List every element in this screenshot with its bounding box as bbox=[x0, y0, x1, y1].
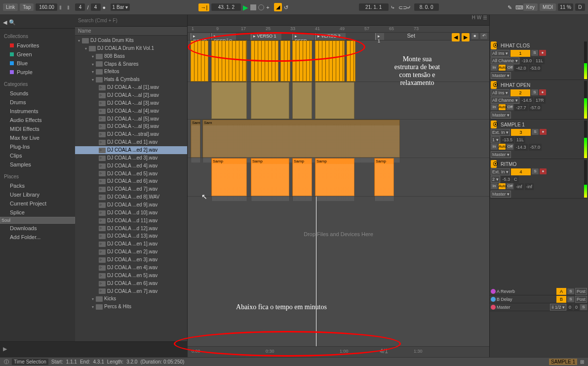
clip[interactable] bbox=[211, 41, 247, 81]
arm-button[interactable]: ● bbox=[540, 168, 547, 174]
metronome-icon[interactable]: ● bbox=[103, 4, 109, 10]
input-channel[interactable]: 1 ▾ bbox=[491, 136, 500, 143]
category-item[interactable]: Audio Effects bbox=[0, 116, 75, 124]
file-item[interactable]: DJ COALA -...stral].wav bbox=[75, 130, 187, 138]
category-item[interactable]: Drums bbox=[0, 98, 75, 107]
clip[interactable] bbox=[292, 41, 312, 81]
clip[interactable]: Sam bbox=[191, 120, 200, 158]
file-item[interactable]: DJ COALA -...al [1].wav bbox=[75, 83, 187, 91]
collection-item[interactable]: Favorites bbox=[0, 41, 75, 50]
track-number[interactable]: 4 bbox=[511, 168, 531, 175]
category-item[interactable]: MIDI Effects bbox=[0, 124, 75, 133]
track-number[interactable]: 2 bbox=[510, 89, 530, 96]
folder-item[interactable]: ▾Hats & Cymbals bbox=[75, 76, 187, 83]
link-button[interactable]: Link bbox=[3, 3, 18, 11]
file-item[interactable]: DJ COALA ...en 7].wav bbox=[75, 287, 187, 295]
solo-button[interactable]: S bbox=[532, 129, 539, 135]
nudge-up-icon[interactable]: ⦀ bbox=[67, 4, 73, 10]
track-name[interactable]: RITMO bbox=[499, 161, 518, 168]
collapse-icon[interactable]: ◀ bbox=[3, 19, 7, 26]
locator-marker[interactable]: ▸ VERSO 2 bbox=[315, 33, 346, 40]
clip[interactable] bbox=[191, 41, 208, 81]
drop-zone[interactable]: Drop Files and Devices Here bbox=[188, 211, 489, 257]
monitor-auto[interactable]: Auto bbox=[499, 65, 506, 71]
track-activator[interactable]: ⦿ bbox=[491, 160, 497, 168]
monitor-off[interactable]: Off bbox=[507, 183, 513, 189]
input-type[interactable]: Ext. In ▾ bbox=[491, 168, 510, 175]
tap-button[interactable]: Tap bbox=[20, 3, 34, 11]
menu-icon[interactable]: ☰ bbox=[483, 15, 487, 20]
loop-switch-icon[interactable]: ⊂⊃ bbox=[398, 4, 404, 10]
monitor-auto[interactable]: Auto bbox=[499, 144, 506, 150]
overdub-icon[interactable]: + bbox=[266, 4, 272, 10]
preview-player[interactable]: ▶ bbox=[0, 341, 188, 357]
output-routing[interactable]: Master ▾ bbox=[491, 72, 511, 79]
return-name[interactable]: A Reverb bbox=[497, 289, 515, 294]
locator-marker[interactable]: ▸ INTRO bbox=[191, 33, 210, 40]
monitor-off[interactable]: Off bbox=[507, 104, 513, 110]
file-item[interactable]: DJ COALA ...en 4].wav bbox=[75, 264, 187, 272]
track-name[interactable]: HIHAT OPEN bbox=[499, 81, 532, 89]
song-position[interactable]: 43. 1. 2 bbox=[211, 3, 241, 11]
output-routing[interactable]: Master ▾ bbox=[491, 191, 511, 198]
collection-item[interactable]: Purple bbox=[0, 68, 75, 77]
place-item[interactable]: Packs bbox=[0, 181, 75, 190]
file-header-name[interactable]: Name bbox=[75, 27, 187, 36]
master-name[interactable]: Master bbox=[497, 305, 510, 310]
file-item[interactable]: DJ COALA ...d 10].wav bbox=[75, 209, 187, 217]
arm-button[interactable]: ● bbox=[539, 50, 546, 56]
file-item[interactable]: DJ COALA ...ed 2].wav bbox=[75, 146, 187, 154]
file-item[interactable]: DJ COALA ...d 11].wav bbox=[75, 217, 187, 225]
category-item[interactable]: Samples bbox=[0, 160, 75, 169]
automation-arm[interactable]: ◢ bbox=[274, 3, 282, 11]
master-track[interactable]: Masterii 1/2 ▾00S bbox=[490, 303, 588, 311]
monitor-in[interactable]: In bbox=[491, 144, 498, 150]
output-routing[interactable]: Master ▾ bbox=[491, 151, 511, 158]
quantize-menu[interactable]: 1 Bar ▾ bbox=[111, 3, 130, 11]
folder-item[interactable]: ▾DJ COALA Drum Kit Vol.1 bbox=[75, 44, 187, 52]
loop-start[interactable]: 21. 1. 1 bbox=[359, 3, 389, 11]
track-lane[interactable]: SamSam bbox=[188, 120, 489, 158]
clip[interactable]: Sam bbox=[202, 120, 400, 158]
master-pan[interactable]: 0 bbox=[574, 304, 579, 311]
folder-item[interactable]: ▾Kicks bbox=[75, 295, 187, 303]
solo-button[interactable]: S bbox=[580, 304, 587, 310]
place-item[interactable]: Add Folder... bbox=[0, 233, 75, 242]
locator-row[interactable]: Set ◀ ▶ ■ ↶ ▸ INTRO▸ REFRÃO▸ VERSO 1▸ RE… bbox=[188, 33, 489, 41]
loop-icon[interactable]: ↺ bbox=[284, 4, 290, 10]
track-pan[interactable]: 11L bbox=[515, 136, 525, 143]
file-item[interactable]: DJ COALA -...al [4].wav bbox=[75, 107, 187, 115]
track-name[interactable]: SAMPLE 1 bbox=[499, 121, 527, 128]
master-volume[interactable]: 0 bbox=[567, 304, 573, 311]
solo-button[interactable]: S bbox=[532, 168, 539, 174]
send-mode[interactable]: Post bbox=[575, 288, 587, 295]
set-locator-button[interactable]: ■ bbox=[471, 33, 478, 39]
file-item[interactable]: DJ COALA -...al [5].wav bbox=[75, 115, 187, 123]
return-letter[interactable]: A bbox=[556, 288, 566, 295]
track-activator[interactable]: ⦿ bbox=[491, 41, 497, 49]
search-input[interactable] bbox=[78, 18, 184, 23]
file-item[interactable]: DJ COALA ...ed 7].wav bbox=[75, 185, 187, 193]
track-header[interactable]: ⦿RITMOExt. In ▾4S●2 ▾-5.3CInAutoOff-inf-… bbox=[490, 159, 588, 199]
stop-button[interactable] bbox=[250, 4, 256, 10]
track-volume[interactable]: -5.3 bbox=[501, 176, 512, 183]
folder-item[interactable]: ▾DJ Coala Drum Kits bbox=[75, 37, 187, 44]
file-item[interactable]: DJ COALA -...al [2].wav bbox=[75, 91, 187, 99]
monitor-auto[interactable]: Auto bbox=[499, 183, 506, 189]
h-button[interactable]: H bbox=[472, 15, 475, 20]
clip[interactable] bbox=[292, 82, 312, 119]
arrangement-overview[interactable]: H W ☰ bbox=[188, 15, 489, 26]
time-ruler[interactable]: 4/1 0:000:301:001:30 bbox=[188, 346, 489, 357]
return-track[interactable]: B DelayBSPost bbox=[490, 295, 588, 303]
collection-item[interactable]: Green bbox=[0, 50, 75, 59]
track-lane[interactable] bbox=[188, 41, 489, 82]
track-name[interactable]: HIHAT CLOS bbox=[499, 42, 532, 49]
track-header[interactable]: ⦿HIHAT OPENAll Ins ▾2S●All Channe ▾-14.5… bbox=[490, 80, 588, 120]
input-channel[interactable]: All Channe ▾ bbox=[491, 57, 519, 64]
place-item[interactable]: Splice bbox=[0, 208, 75, 217]
output-routing[interactable]: Master ▾ bbox=[491, 112, 511, 119]
track-lane[interactable] bbox=[188, 82, 489, 120]
clip[interactable]: Samp bbox=[315, 158, 354, 196]
folder-item[interactable]: ▾Claps & Snares bbox=[75, 60, 187, 68]
clip[interactable]: Samp bbox=[251, 158, 289, 196]
